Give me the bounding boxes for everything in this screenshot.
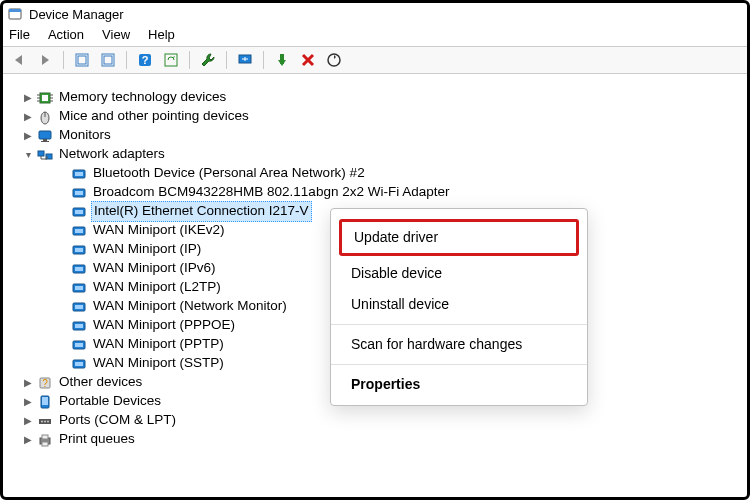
remove-device-icon bbox=[300, 52, 316, 68]
menu-item-update-driver[interactable]: Update driver bbox=[339, 219, 579, 256]
menu-item-scan-hardware[interactable]: Scan for hardware changes bbox=[331, 329, 587, 360]
tree-item-mice[interactable]: ▶Mice and other pointing devices bbox=[21, 107, 739, 126]
scan-button[interactable] bbox=[161, 50, 181, 70]
titlebar: Device Manager bbox=[3, 3, 747, 24]
toolbar-separator bbox=[126, 51, 127, 69]
remote-icon bbox=[237, 52, 253, 68]
properties-button[interactable] bbox=[98, 50, 118, 70]
adapter-icon bbox=[71, 185, 87, 201]
add-legacy-icon bbox=[200, 52, 216, 68]
toolbar-separator bbox=[263, 51, 264, 69]
toolbar-separator bbox=[189, 51, 190, 69]
adapter-icon bbox=[71, 280, 87, 296]
printer-icon bbox=[37, 432, 53, 448]
back-arrow-icon bbox=[11, 52, 27, 68]
monitor-icon bbox=[37, 128, 53, 144]
chevron-right-icon[interactable]: ▶ bbox=[21, 91, 35, 105]
app-icon bbox=[7, 6, 23, 22]
toolbar-separator bbox=[63, 51, 64, 69]
show-hidden-icon bbox=[74, 52, 90, 68]
add-legacy-button[interactable] bbox=[198, 50, 218, 70]
adapter-icon bbox=[71, 166, 87, 182]
tree-item-network-adapters[interactable]: ▾Network adapters bbox=[21, 145, 739, 164]
port-icon bbox=[37, 413, 53, 429]
menubar: File Action View Help bbox=[3, 24, 747, 46]
forward-arrow-icon bbox=[37, 52, 53, 68]
context-menu: Update driver Disable device Uninstall d… bbox=[330, 208, 588, 406]
remote-button[interactable] bbox=[235, 50, 255, 70]
back-button[interactable] bbox=[9, 50, 29, 70]
chevron-right-icon[interactable]: ▶ bbox=[21, 395, 35, 409]
show-hidden-button[interactable] bbox=[72, 50, 92, 70]
menu-view[interactable]: View bbox=[102, 27, 130, 42]
chevron-right-icon[interactable]: ▶ bbox=[21, 129, 35, 143]
menu-item-uninstall-device[interactable]: Uninstall device bbox=[331, 289, 587, 320]
adapter-icon bbox=[71, 223, 87, 239]
device-tree[interactable]: ▶Memory technology devices ▶Mice and oth… bbox=[3, 74, 747, 490]
menu-item-disable-device[interactable]: Disable device bbox=[331, 258, 587, 289]
menu-separator bbox=[331, 364, 587, 365]
enable-button[interactable] bbox=[272, 50, 292, 70]
menu-action[interactable]: Action bbox=[48, 27, 84, 42]
toolbar-separator bbox=[226, 51, 227, 69]
chevron-right-icon[interactable]: ▶ bbox=[21, 376, 35, 390]
portable-icon bbox=[37, 394, 53, 410]
toolbar bbox=[3, 46, 747, 74]
tree-item-bluetooth[interactable]: Bluetooth Device (Personal Area Network)… bbox=[21, 164, 739, 183]
tree-item-ports[interactable]: ▶Ports (COM & LPT) bbox=[21, 411, 739, 430]
enable-device-icon bbox=[274, 52, 290, 68]
adapter-icon bbox=[71, 318, 87, 334]
scan-hardware-icon bbox=[163, 52, 179, 68]
tree-item-memory[interactable]: ▶Memory technology devices bbox=[21, 88, 739, 107]
adapter-icon bbox=[71, 299, 87, 315]
network-icon bbox=[37, 147, 53, 163]
adapter-icon bbox=[71, 356, 87, 372]
adapter-icon bbox=[71, 242, 87, 258]
chip-icon bbox=[37, 90, 53, 106]
forward-button[interactable] bbox=[35, 50, 55, 70]
menu-help[interactable]: Help bbox=[148, 27, 175, 42]
menu-item-properties[interactable]: Properties bbox=[331, 369, 587, 400]
mouse-icon bbox=[37, 109, 53, 125]
chevron-down-icon[interactable]: ▾ bbox=[21, 148, 35, 162]
properties-icon bbox=[100, 52, 116, 68]
chevron-right-icon[interactable]: ▶ bbox=[21, 414, 35, 428]
tree-item-print[interactable]: ▶Print queues bbox=[21, 430, 739, 449]
help-icon bbox=[137, 52, 153, 68]
refresh-button[interactable] bbox=[324, 50, 344, 70]
help-button[interactable] bbox=[135, 50, 155, 70]
chevron-right-icon[interactable]: ▶ bbox=[21, 110, 35, 124]
unknown-icon bbox=[37, 375, 53, 391]
refresh-icon bbox=[326, 52, 342, 68]
window-title: Device Manager bbox=[29, 7, 124, 22]
chevron-right-icon[interactable]: ▶ bbox=[21, 433, 35, 447]
adapter-icon bbox=[71, 204, 87, 220]
device-manager-window: Device Manager File Action View Help ▶Me… bbox=[0, 0, 750, 500]
remove-button[interactable] bbox=[298, 50, 318, 70]
menu-separator bbox=[331, 324, 587, 325]
adapter-icon bbox=[71, 261, 87, 277]
adapter-icon bbox=[71, 337, 87, 353]
tree-item-broadcom[interactable]: Broadcom BCM943228HMB 802.11abgn 2x2 Wi-… bbox=[21, 183, 739, 202]
menu-file[interactable]: File bbox=[9, 27, 30, 42]
tree-item-monitors[interactable]: ▶Monitors bbox=[21, 126, 739, 145]
